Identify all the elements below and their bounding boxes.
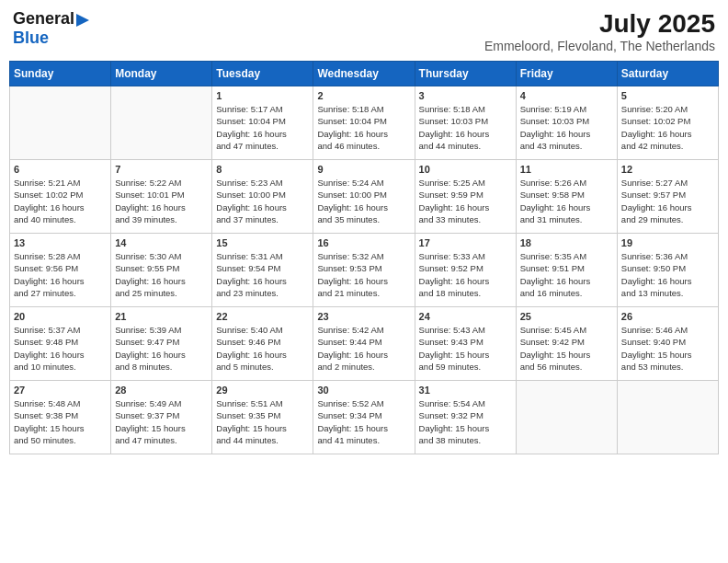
day-info: Sunrise: 5:32 AM Sunset: 9:53 PM Dayligh… [317, 250, 410, 299]
day-info: Sunrise: 5:23 AM Sunset: 10:00 PM Daylig… [216, 177, 309, 225]
day-number: 19 [621, 237, 714, 248]
day-info: Sunrise: 5:31 AM Sunset: 9:54 PM Dayligh… [216, 250, 309, 299]
week-row-4: 20Sunrise: 5:37 AM Sunset: 9:48 PM Dayli… [10, 307, 719, 381]
day-info: Sunrise: 5:33 AM Sunset: 9:52 PM Dayligh… [419, 250, 512, 299]
calendar-cell: 22Sunrise: 5:40 AM Sunset: 9:46 PM Dayli… [212, 307, 313, 381]
day-number: 26 [621, 311, 714, 322]
day-info: Sunrise: 5:48 AM Sunset: 9:38 PM Dayligh… [14, 397, 107, 446]
day-info: Sunrise: 5:30 AM Sunset: 9:55 PM Dayligh… [115, 250, 208, 299]
weekday-header-monday: Monday [111, 62, 212, 86]
month-year-title: July 2025 [484, 9, 715, 39]
weekday-header-saturday: Saturday [617, 62, 718, 86]
logo-arrow-icon [76, 14, 93, 27]
calendar-cell [10, 86, 111, 160]
calendar-cell: 4Sunrise: 5:19 AM Sunset: 10:03 PM Dayli… [516, 86, 617, 160]
day-number: 6 [14, 164, 107, 175]
title-section: July 2025 Emmeloord, Flevoland, The Neth… [484, 9, 715, 53]
weekday-header-sunday: Sunday [10, 62, 111, 86]
weekday-header-thursday: Thursday [415, 62, 516, 86]
week-row-5: 27Sunrise: 5:48 AM Sunset: 9:38 PM Dayli… [10, 381, 719, 454]
day-number: 3 [419, 90, 512, 101]
day-number: 15 [216, 237, 309, 248]
day-info: Sunrise: 5:36 AM Sunset: 9:50 PM Dayligh… [621, 250, 714, 299]
day-info: Sunrise: 5:35 AM Sunset: 9:51 PM Dayligh… [520, 250, 613, 299]
calendar-cell: 15Sunrise: 5:31 AM Sunset: 9:54 PM Dayli… [212, 234, 313, 307]
day-number: 16 [317, 237, 410, 248]
calendar-cell: 23Sunrise: 5:42 AM Sunset: 9:44 PM Dayli… [313, 307, 415, 381]
day-number: 1 [216, 90, 309, 101]
day-number: 12 [621, 164, 714, 175]
day-info: Sunrise: 5:28 AM Sunset: 9:56 PM Dayligh… [14, 250, 107, 299]
day-info: Sunrise: 5:18 AM Sunset: 10:03 PM Daylig… [419, 103, 512, 152]
day-info: Sunrise: 5:42 AM Sunset: 9:44 PM Dayligh… [317, 324, 410, 373]
day-info: Sunrise: 5:40 AM Sunset: 9:46 PM Dayligh… [216, 324, 309, 373]
day-info: Sunrise: 5:19 AM Sunset: 10:03 PM Daylig… [520, 103, 613, 152]
calendar-cell: 3Sunrise: 5:18 AM Sunset: 10:03 PM Dayli… [415, 86, 516, 160]
day-info: Sunrise: 5:26 AM Sunset: 9:58 PM Dayligh… [520, 177, 613, 225]
day-number: 23 [317, 311, 410, 322]
day-info: Sunrise: 5:20 AM Sunset: 10:02 PM Daylig… [621, 103, 714, 152]
day-number: 4 [520, 90, 613, 101]
calendar-cell: 5Sunrise: 5:20 AM Sunset: 10:02 PM Dayli… [617, 86, 718, 160]
day-info: Sunrise: 5:46 AM Sunset: 9:40 PM Dayligh… [621, 324, 714, 373]
calendar-cell: 13Sunrise: 5:28 AM Sunset: 9:56 PM Dayli… [10, 234, 111, 307]
logo: General Blue [13, 9, 93, 48]
calendar-cell: 31Sunrise: 5:54 AM Sunset: 9:32 PM Dayli… [415, 381, 516, 454]
day-number: 17 [419, 237, 512, 248]
week-row-2: 6Sunrise: 5:21 AM Sunset: 10:02 PM Dayli… [10, 160, 719, 234]
calendar-cell: 20Sunrise: 5:37 AM Sunset: 9:48 PM Dayli… [10, 307, 111, 381]
calendar-cell: 9Sunrise: 5:24 AM Sunset: 10:00 PM Dayli… [313, 160, 415, 234]
day-info: Sunrise: 5:21 AM Sunset: 10:02 PM Daylig… [14, 177, 107, 225]
logo-text-general: General [13, 9, 74, 29]
day-info: Sunrise: 5:43 AM Sunset: 9:43 PM Dayligh… [419, 324, 512, 373]
day-info: Sunrise: 5:51 AM Sunset: 9:35 PM Dayligh… [216, 397, 309, 446]
calendar-cell: 10Sunrise: 5:25 AM Sunset: 9:59 PM Dayli… [415, 160, 516, 234]
svg-marker-0 [76, 14, 89, 27]
day-number: 2 [317, 90, 410, 101]
day-info: Sunrise: 5:18 AM Sunset: 10:04 PM Daylig… [317, 103, 410, 152]
day-number: 9 [317, 164, 410, 175]
logo-text-blue: Blue [13, 29, 49, 47]
calendar-cell: 19Sunrise: 5:36 AM Sunset: 9:50 PM Dayli… [617, 234, 718, 307]
weekday-header-wednesday: Wednesday [313, 62, 415, 86]
calendar-table: SundayMondayTuesdayWednesdayThursdayFrid… [9, 61, 719, 454]
calendar-cell: 27Sunrise: 5:48 AM Sunset: 9:38 PM Dayli… [10, 381, 111, 454]
day-info: Sunrise: 5:25 AM Sunset: 9:59 PM Dayligh… [419, 177, 512, 225]
day-number: 7 [115, 164, 208, 175]
calendar-cell: 7Sunrise: 5:22 AM Sunset: 10:01 PM Dayli… [111, 160, 212, 234]
day-number: 11 [520, 164, 613, 175]
calendar-cell: 29Sunrise: 5:51 AM Sunset: 9:35 PM Dayli… [212, 381, 313, 454]
day-number: 14 [115, 237, 208, 248]
day-number: 31 [419, 385, 512, 396]
day-number: 21 [115, 311, 208, 322]
day-info: Sunrise: 5:54 AM Sunset: 9:32 PM Dayligh… [419, 397, 512, 446]
day-number: 8 [216, 164, 309, 175]
day-number: 28 [115, 385, 208, 396]
day-number: 27 [14, 385, 107, 396]
weekday-header-friday: Friday [516, 62, 617, 86]
location-subtitle: Emmeloord, Flevoland, The Netherlands [484, 39, 715, 53]
day-number: 13 [14, 237, 107, 248]
day-info: Sunrise: 5:45 AM Sunset: 9:42 PM Dayligh… [520, 324, 613, 373]
calendar-cell [617, 381, 718, 454]
calendar-cell: 17Sunrise: 5:33 AM Sunset: 9:52 PM Dayli… [415, 234, 516, 307]
day-number: 10 [419, 164, 512, 175]
weekday-header-row: SundayMondayTuesdayWednesdayThursdayFrid… [10, 62, 719, 86]
day-number: 30 [317, 385, 410, 396]
calendar-cell: 30Sunrise: 5:52 AM Sunset: 9:34 PM Dayli… [313, 381, 415, 454]
day-info: Sunrise: 5:49 AM Sunset: 9:37 PM Dayligh… [115, 397, 208, 446]
day-info: Sunrise: 5:17 AM Sunset: 10:04 PM Daylig… [216, 103, 309, 152]
calendar-cell: 18Sunrise: 5:35 AM Sunset: 9:51 PM Dayli… [516, 234, 617, 307]
calendar-cell: 8Sunrise: 5:23 AM Sunset: 10:00 PM Dayli… [212, 160, 313, 234]
week-row-1: 1Sunrise: 5:17 AM Sunset: 10:04 PM Dayli… [10, 86, 719, 160]
day-number: 20 [14, 311, 107, 322]
calendar-cell [516, 381, 617, 454]
calendar-cell: 6Sunrise: 5:21 AM Sunset: 10:02 PM Dayli… [10, 160, 111, 234]
calendar-cell: 16Sunrise: 5:32 AM Sunset: 9:53 PM Dayli… [313, 234, 415, 307]
calendar-cell: 1Sunrise: 5:17 AM Sunset: 10:04 PM Dayli… [212, 86, 313, 160]
day-info: Sunrise: 5:27 AM Sunset: 9:57 PM Dayligh… [621, 177, 714, 225]
calendar-cell: 14Sunrise: 5:30 AM Sunset: 9:55 PM Dayli… [111, 234, 212, 307]
calendar-cell: 25Sunrise: 5:45 AM Sunset: 9:42 PM Dayli… [516, 307, 617, 381]
day-info: Sunrise: 5:24 AM Sunset: 10:00 PM Daylig… [317, 177, 410, 225]
day-number: 18 [520, 237, 613, 248]
